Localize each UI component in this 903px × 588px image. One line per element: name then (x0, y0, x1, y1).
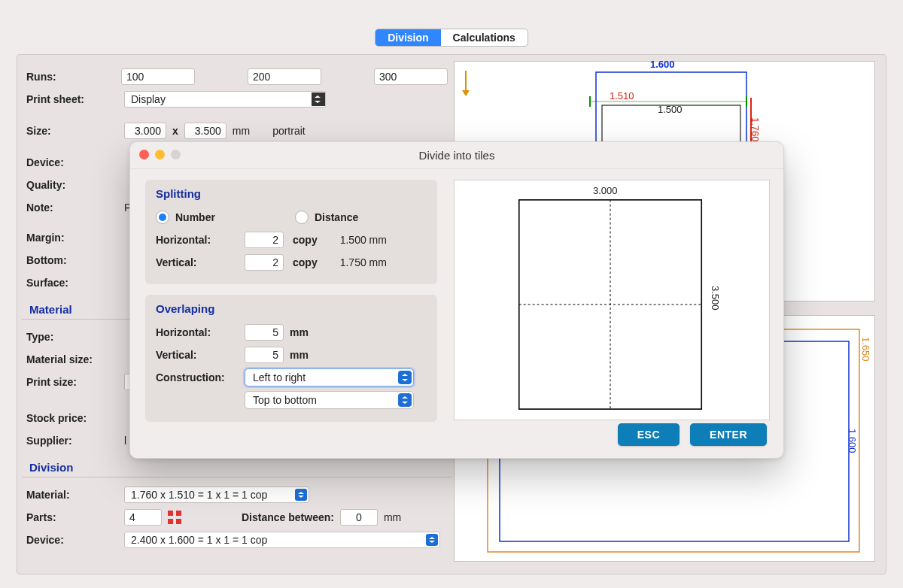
dialog-title: Divide into tiles (130, 149, 783, 162)
chevron-updown-icon (398, 393, 412, 407)
tab-calculations[interactable]: Calculations (441, 29, 528, 46)
size-width-input[interactable] (124, 123, 166, 139)
overlap-h-label: Horizontal: (156, 326, 239, 338)
stock-price-label: Stock price: (26, 412, 124, 424)
size-unit: mm (233, 125, 250, 137)
tile-preview-height: 3.500 (710, 286, 721, 311)
preview2-right-dim-top: 1.650 (860, 337, 871, 362)
divide-into-tiles-dialog: Divide into tiles Splitting Number Dista… (129, 141, 784, 459)
overlap-v-input[interactable] (245, 347, 284, 363)
margin-label: Margin: (26, 232, 124, 244)
split-h-copy: copy (293, 234, 318, 246)
surface-label: Surface: (26, 277, 124, 289)
split-h-label: Horizontal: (156, 234, 239, 246)
bottom-label: Bottom: (26, 254, 124, 266)
print-sheet-value: Display (131, 93, 166, 105)
grid-icon[interactable] (168, 511, 181, 524)
preview1-left-dim: 1.510 (610, 90, 634, 102)
construction-v-value: Top to bottom (253, 394, 317, 406)
print-sheet-select[interactable]: Display (124, 91, 326, 108)
tab-division[interactable]: Division (375, 29, 440, 46)
supplier-label: Supplier: (26, 435, 124, 447)
note-label: Note: (26, 202, 124, 214)
tab-segmented-control[interactable]: Division Calculations (375, 29, 528, 47)
size-label: Size: (26, 125, 124, 137)
runs-input-2[interactable] (248, 68, 321, 85)
chevron-updown-icon (398, 371, 412, 384)
preview2-right-dim-bottom: 1.600 (847, 429, 858, 453)
material-size-label: Material size: (26, 353, 124, 365)
construction-h-select[interactable]: Left to right (245, 368, 414, 386)
split-number-label: Number (175, 211, 215, 223)
split-number-radio[interactable] (156, 211, 169, 224)
overlap-h-input[interactable] (245, 324, 284, 341)
splitting-group: Splitting Number Distance Horizontal: co… (145, 180, 437, 284)
runs-input-1[interactable] (121, 68, 195, 85)
construction-label: Construction: (156, 371, 239, 383)
size-orientation: portrait (272, 125, 306, 137)
tile-preview-canvas: 3.000 3.500 (454, 180, 770, 420)
split-distance-radio[interactable] (295, 211, 309, 224)
dialog-titlebar: Divide into tiles (130, 142, 783, 169)
construction-h-value: Left to right (253, 371, 306, 383)
chevron-updown-icon (426, 534, 438, 546)
preview1-top-dim: 1.600 (650, 59, 675, 70)
construction-v-select[interactable]: Top to bottom (245, 391, 414, 409)
overlapping-header: Overlaping (156, 302, 427, 315)
preview1-right-dim: 1.760 (749, 117, 761, 142)
distance-between-label: Distance between: (242, 511, 334, 523)
split-distance-label: Distance (315, 211, 358, 223)
division-material-select[interactable]: 1.760 x 1.510 = 1 x 1 = 1 cop (124, 486, 309, 503)
type-label: Type: (26, 331, 124, 343)
window-controls (139, 150, 181, 159)
print-sheet-label: Print sheet: (26, 93, 124, 105)
runs-label: Runs: (26, 71, 121, 83)
overlapping-group: Overlaping Horizontal: mm Vertical: mm C… (145, 295, 437, 422)
overlap-v-label: Vertical: (156, 349, 239, 361)
tile-preview-width: 3.000 (593, 185, 618, 196)
splitting-header: Splitting (156, 187, 427, 200)
view-tabs: Division Calculations (0, 29, 903, 47)
split-v-copy: copy (293, 256, 318, 268)
chevron-updown-icon (295, 489, 307, 501)
split-v-label: Vertical: (156, 256, 239, 268)
division-material-value: 1.760 x 1.510 = 1 x 1 = 1 cop (131, 489, 267, 501)
size-height-input[interactable] (184, 123, 227, 139)
distance-between-unit: mm (384, 511, 401, 523)
supplier-value: l (124, 435, 126, 447)
preview1-inner-dim: 1.500 (658, 104, 683, 115)
distance-between-input[interactable] (340, 509, 378, 526)
division-device-label: Device: (26, 534, 124, 546)
division-device-value: 2.400 x 1.600 = 1 x 1 = 1 cop (131, 534, 267, 546)
section-division-header: Division (22, 458, 452, 477)
division-device-select[interactable]: 2.400 x 1.600 = 1 x 1 = 1 cop (124, 532, 440, 548)
size-x: x (172, 125, 178, 137)
quality-label: Quality: (26, 179, 124, 191)
close-icon[interactable] (139, 150, 149, 159)
split-v-input[interactable] (245, 254, 284, 271)
minimize-icon[interactable] (155, 150, 165, 159)
zoom-icon (171, 150, 181, 159)
print-size-label: Print size: (26, 376, 124, 388)
parts-label: Parts: (26, 511, 124, 523)
dialog-footer: ESC ENTER (618, 423, 767, 446)
chevron-down-icon (312, 92, 325, 106)
enter-button[interactable]: ENTER (690, 423, 767, 446)
runs-input-3[interactable] (374, 68, 448, 85)
split-h-dim: 1.500 mm (340, 234, 387, 246)
device-label: Device: (26, 156, 124, 168)
overlap-h-unit: mm (290, 326, 309, 338)
split-v-dim: 1.750 mm (340, 256, 387, 268)
division-material-label: Material: (26, 489, 124, 501)
esc-button[interactable]: ESC (618, 423, 680, 446)
parts-input[interactable] (124, 509, 162, 526)
split-h-input[interactable] (245, 232, 284, 248)
overlap-v-unit: mm (290, 349, 309, 361)
